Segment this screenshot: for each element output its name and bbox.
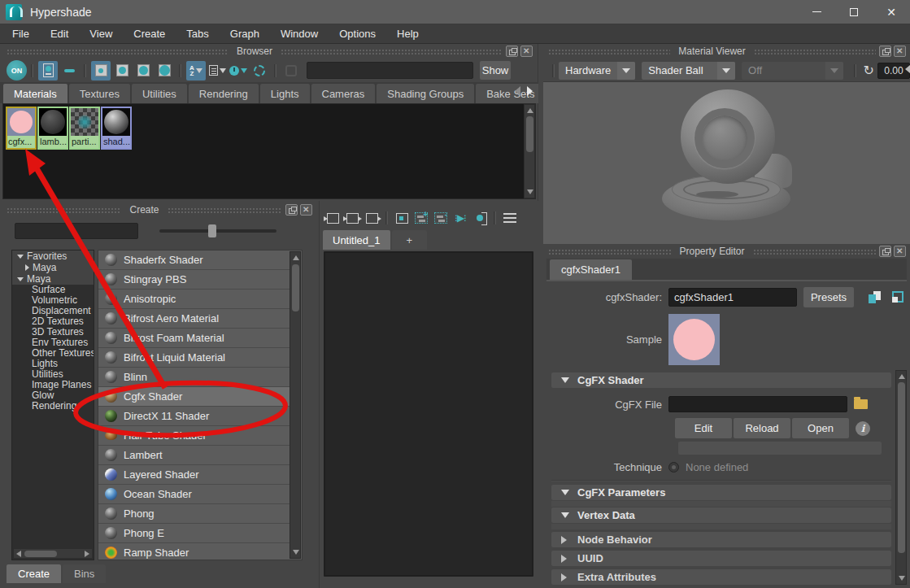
open-button[interactable]: Open bbox=[792, 418, 849, 438]
swatch-render-on-button[interactable]: ON bbox=[7, 60, 27, 81]
swatch-size-large-button[interactable] bbox=[133, 61, 153, 81]
section-cgfx-shader[interactable]: CgFX Shader bbox=[551, 372, 891, 388]
section-vertex-data[interactable]: Vertex Data bbox=[551, 507, 891, 523]
bottom-tab[interactable]: Bins bbox=[63, 564, 106, 583]
menu-item[interactable]: Graph bbox=[220, 24, 270, 43]
sort-by-type-button[interactable] bbox=[207, 61, 227, 81]
tear-off-copy-icon[interactable] bbox=[892, 291, 903, 303]
clear-graph-button[interactable] bbox=[393, 210, 411, 226]
workarea-tab[interactable]: Untitled_1 bbox=[323, 230, 390, 250]
graph-input-connections-button[interactable] bbox=[324, 210, 342, 226]
float-panel-icon[interactable] bbox=[506, 46, 518, 57]
shader-list-item[interactable]: Anisotropic bbox=[98, 290, 290, 309]
show-button[interactable]: Show bbox=[480, 61, 511, 80]
shader-list-item[interactable]: Stingray PBS bbox=[98, 270, 290, 290]
node-graph-canvas[interactable] bbox=[324, 251, 533, 577]
panel-grip[interactable] bbox=[281, 49, 503, 54]
shader-list-item[interactable]: Shaderfx Shader bbox=[98, 250, 290, 270]
add-workarea-tab-button[interactable]: + bbox=[392, 230, 428, 250]
geometry-select[interactable]: Shader Ball bbox=[642, 62, 735, 80]
list-view-button[interactable] bbox=[501, 210, 519, 226]
pin-node-button[interactable] bbox=[471, 210, 489, 226]
tree-horizontal-scrollbar[interactable] bbox=[13, 548, 93, 559]
panel-grip[interactable] bbox=[7, 49, 229, 54]
property-node-tab[interactable]: cgfxShader1 bbox=[550, 259, 632, 280]
tabs-scroll-left-icon[interactable] bbox=[515, 86, 520, 96]
tree-category-item[interactable]: Rendering bbox=[12, 401, 94, 412]
graph-input-output-connections-button[interactable] bbox=[343, 210, 361, 226]
menu-item[interactable]: Edit bbox=[40, 24, 79, 43]
menu-item[interactable]: Tabs bbox=[176, 24, 219, 43]
close-panel-icon[interactable] bbox=[520, 46, 533, 57]
property-editor-scrollbar[interactable] bbox=[895, 370, 907, 585]
name-only-view-button[interactable] bbox=[59, 61, 79, 81]
shader-list-item[interactable]: Cgfx Shader bbox=[98, 387, 290, 407]
shader-list-item[interactable]: Bifrost Liquid Material bbox=[98, 348, 290, 368]
node-name-field[interactable] bbox=[668, 288, 797, 307]
shader-list-item[interactable]: Bifrost Aero Material bbox=[98, 309, 290, 329]
folder-browse-icon[interactable] bbox=[854, 399, 868, 409]
float-panel-icon[interactable] bbox=[879, 46, 891, 57]
browser-tab[interactable]: Utilities bbox=[132, 84, 187, 103]
shader-list-item[interactable]: Phong bbox=[98, 504, 290, 524]
shader-list-item[interactable]: Ocean Shader bbox=[98, 485, 290, 504]
material-viewport[interactable] bbox=[543, 81, 910, 244]
float-panel-icon[interactable] bbox=[879, 246, 891, 257]
menu-item[interactable]: Options bbox=[329, 24, 386, 43]
menu-item[interactable]: View bbox=[79, 24, 123, 43]
section-cgfx-parameters[interactable]: CgFX Parameters bbox=[551, 485, 891, 500]
swatch-size-medium-button[interactable] bbox=[112, 61, 132, 81]
browser-tab[interactable]: Materials bbox=[3, 84, 67, 103]
menu-item[interactable]: File bbox=[2, 24, 40, 43]
reload-button[interactable]: Reload bbox=[734, 418, 790, 438]
sort-by-time-button[interactable] bbox=[229, 61, 248, 81]
remove-selected-from-graph-button[interactable]: - bbox=[432, 210, 450, 226]
menu-item[interactable]: Create bbox=[123, 24, 176, 43]
tree-expand-icon[interactable] bbox=[17, 255, 24, 259]
tabs-scroll-right-icon[interactable] bbox=[527, 86, 533, 96]
browser-search-input[interactable] bbox=[307, 62, 473, 79]
shader-list-item[interactable]: Bifrost Foam Material bbox=[98, 329, 290, 348]
browser-tab[interactable]: Shading Groups bbox=[377, 84, 474, 103]
presets-button[interactable]: Presets bbox=[803, 287, 854, 307]
menu-item[interactable]: Window bbox=[270, 24, 329, 43]
shader-list-item[interactable]: Blinn bbox=[98, 368, 290, 387]
panel-grip[interactable] bbox=[7, 207, 121, 213]
material-swatch-area[interactable]: cgfx... lamb... parti... shad... bbox=[2, 103, 536, 199]
shader-list-item[interactable]: DirectX 11 Shader bbox=[98, 407, 290, 426]
maximize-button[interactable] bbox=[835, 0, 873, 24]
sample-swatch[interactable] bbox=[668, 314, 720, 365]
toolbar-overflow-icon[interactable] bbox=[905, 65, 910, 73]
close-button[interactable]: ✕ bbox=[873, 0, 910, 24]
refresh-render-icon[interactable]: ↻ bbox=[864, 63, 874, 78]
rearrange-graph-button[interactable]: ⁝▶⁝ bbox=[451, 210, 469, 226]
browser-tab[interactable]: Textures bbox=[69, 84, 130, 103]
browser-tab[interactable]: Rendering bbox=[189, 84, 259, 103]
sort-by-name-button[interactable]: AZ bbox=[186, 61, 206, 81]
material-swatch[interactable]: lamb... bbox=[37, 107, 68, 150]
material-swatch[interactable]: shad... bbox=[101, 107, 132, 150]
add-selected-to-graph-button[interactable]: + bbox=[412, 210, 430, 226]
panel-grip[interactable] bbox=[168, 207, 282, 213]
shader-list-scrollbar[interactable] bbox=[290, 251, 301, 559]
copy-tab-icon[interactable] bbox=[869, 291, 881, 303]
browser-tab[interactable]: Cameras bbox=[311, 84, 376, 103]
title-bar[interactable]: Hypershade ✕ bbox=[0, 0, 910, 24]
material-swatch[interactable]: parti... bbox=[69, 107, 100, 150]
menu-item[interactable]: Help bbox=[386, 24, 429, 43]
section-node-behavior[interactable]: Node Behavior bbox=[551, 532, 891, 547]
shader-list-item[interactable]: Layered Shader bbox=[98, 465, 290, 485]
close-panel-icon[interactable] bbox=[300, 204, 312, 216]
create-search-input[interactable] bbox=[15, 223, 138, 239]
cgfx-file-field[interactable] bbox=[668, 396, 847, 412]
renderer-select[interactable]: Hardware bbox=[559, 62, 635, 80]
tree-expand-icon[interactable] bbox=[25, 264, 29, 271]
section-extra-attributes[interactable]: Extra Attributes bbox=[551, 569, 891, 585]
swatch-with-label-view-button[interactable] bbox=[38, 61, 58, 81]
tree-root-item[interactable]: Maya bbox=[12, 262, 94, 273]
panel-grip[interactable] bbox=[548, 249, 671, 255]
swatch-size-slider[interactable] bbox=[159, 229, 276, 233]
minimize-button[interactable] bbox=[798, 0, 835, 24]
float-panel-icon[interactable] bbox=[285, 204, 298, 216]
bottom-tab[interactable]: Create bbox=[7, 564, 61, 583]
